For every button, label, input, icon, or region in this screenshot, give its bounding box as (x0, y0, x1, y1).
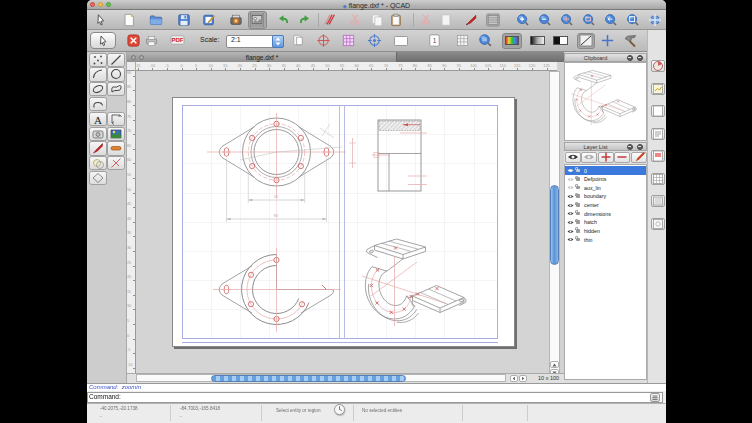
svg-text:A: A (94, 113, 102, 125)
svg-text:80: 80 (274, 213, 279, 218)
svg-text:PDF: PDF (171, 36, 183, 43)
svg-text:1: 1 (432, 37, 436, 44)
svg-text:52: 52 (274, 194, 279, 199)
